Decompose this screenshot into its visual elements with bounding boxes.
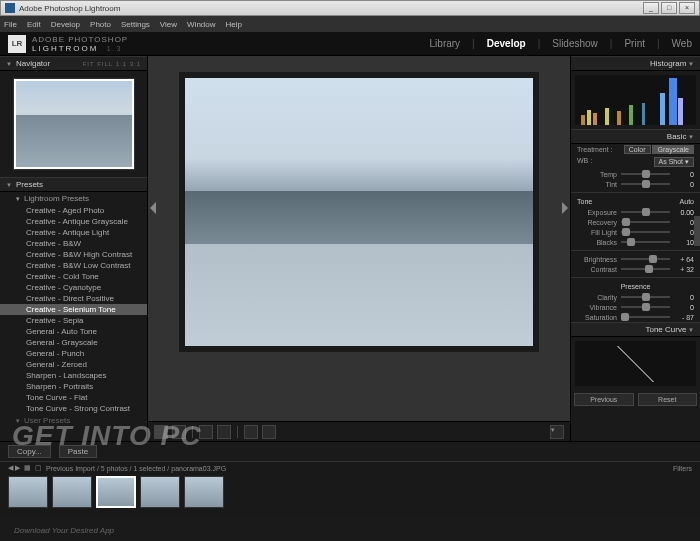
preset-item[interactable]: Creative - Antique Grayscale (0, 216, 147, 227)
histogram-header[interactable]: Histogram (571, 56, 700, 71)
preset-item[interactable]: Creative - B&W Low Contrast (0, 260, 147, 271)
navigator-thumbnail[interactable] (14, 79, 134, 169)
rating-icon[interactable] (244, 425, 258, 439)
filmstrip-nav-icon[interactable]: ◀ ▶ (8, 464, 20, 472)
maximize-button[interactable]: □ (661, 2, 677, 14)
scrollbar-thumb[interactable] (694, 216, 700, 246)
preset-item[interactable]: Creative - Cyanotype (0, 282, 147, 293)
reset-button[interactable]: Reset (638, 393, 698, 406)
preset-item[interactable]: Creative - Cold Tone (0, 271, 147, 282)
clarity-slider[interactable] (621, 293, 670, 301)
toolbar-menu-icon[interactable]: ▾ (550, 425, 564, 439)
preset-item[interactable]: Creative - Antique Light (0, 227, 147, 238)
module-picker: Library|Develop|Slideshow|Print|Web (430, 38, 692, 49)
next-photo-arrow[interactable] (562, 202, 568, 214)
menu-settings[interactable]: Settings (121, 20, 150, 29)
right-panel: Histogram Basic Treatment : Color Graysc… (570, 56, 700, 441)
treatment-grayscale[interactable]: Grayscale (652, 145, 694, 154)
filmstrip-thumb[interactable] (96, 476, 136, 508)
menu-bar: FileEditDevelopPhotoSettingsViewWindowHe… (0, 16, 700, 32)
brightness-row: Brightness+ 64 (571, 254, 700, 264)
preset-item[interactable]: Creative - Sepia (0, 315, 147, 326)
menu-develop[interactable]: Develop (51, 20, 80, 29)
close-button[interactable]: × (679, 2, 695, 14)
window-title: Adobe Photoshop Lightroom (19, 4, 120, 13)
navigator-header[interactable]: Navigator FIT FILL 1:1 3:1 (0, 56, 147, 71)
filmstrip-panel: ◀ ▶ ▦ ▢ Previous Import / 5 photos / 1 s… (0, 461, 700, 515)
menu-file[interactable]: File (4, 20, 17, 29)
auto-tone-button[interactable]: Auto (680, 198, 694, 205)
preset-item[interactable]: General - Grayscale (0, 337, 147, 348)
filters-label[interactable]: Filters (673, 465, 692, 472)
tone-curve-chart[interactable] (575, 341, 696, 386)
paste-button[interactable]: Paste (59, 445, 97, 458)
wb-row: WB : As Shot ▾ (571, 155, 700, 169)
preset-item[interactable]: Sharpen - Landscapes (0, 370, 147, 381)
recovery-slider[interactable] (621, 218, 670, 226)
tonecurve-header[interactable]: Tone Curve (571, 322, 700, 337)
menu-help[interactable]: Help (226, 20, 242, 29)
previous-button[interactable]: Previous (574, 393, 634, 406)
filmstrip-thumb[interactable] (52, 476, 92, 508)
blacks-slider[interactable] (621, 238, 670, 246)
color-label-icon[interactable] (262, 425, 276, 439)
module-slideshow[interactable]: Slideshow (552, 38, 598, 49)
preset-item[interactable]: Creative - Selenium Tone (0, 304, 147, 315)
menu-view[interactable]: View (160, 20, 177, 29)
preset-category-lightroom[interactable]: Lightroom Presets (0, 192, 147, 205)
temp-row: Temp0 (571, 169, 700, 179)
preset-category-user[interactable]: User Presets (0, 414, 147, 427)
loupe-view-icon[interactable] (154, 425, 168, 439)
saturation-slider[interactable] (621, 313, 670, 321)
filmstrip-thumb[interactable] (8, 476, 48, 508)
path-text: Previous Import / 5 photos / 1 selected … (46, 465, 226, 472)
module-web[interactable]: Web (672, 38, 692, 49)
filmstrip-thumb[interactable] (184, 476, 224, 508)
minimize-button[interactable]: _ (643, 2, 659, 14)
menu-edit[interactable]: Edit (27, 20, 41, 29)
module-library[interactable]: Library (430, 38, 461, 49)
preset-item[interactable]: General - Zeroed (0, 359, 147, 370)
brightness-slider[interactable] (621, 255, 670, 263)
wb-dropdown[interactable]: As Shot ▾ (654, 157, 694, 167)
prev-photo-arrow[interactable] (150, 202, 156, 214)
lr-logo: LR (8, 35, 26, 53)
menu-photo[interactable]: Photo (90, 20, 111, 29)
contrast-slider[interactable] (621, 265, 670, 273)
brand-bar: LR ADOBE PHOTOSHOP LIGHTROOM 1.3 Library… (0, 32, 700, 56)
left-panel: Navigator FIT FILL 1:1 3:1 Presets Light… (0, 56, 148, 441)
flag-icon[interactable] (199, 425, 213, 439)
preset-item[interactable]: Tone Curve - Strong Contrast (0, 403, 147, 414)
filmstrip-thumb[interactable] (140, 476, 180, 508)
preset-item[interactable]: Tone Curve - Flat (0, 392, 147, 403)
main-photo[interactable] (179, 72, 539, 352)
preset-item[interactable]: Creative - B&W (0, 238, 147, 249)
treatment-color[interactable]: Color (624, 145, 651, 154)
temp-slider[interactable] (621, 170, 670, 178)
preset-item[interactable]: Creative - B&W High Contrast (0, 249, 147, 260)
menu-window[interactable]: Window (187, 20, 215, 29)
filllight-slider[interactable] (621, 228, 670, 236)
preset-item[interactable]: General - Punch (0, 348, 147, 359)
module-develop[interactable]: Develop (487, 38, 526, 49)
preset-item[interactable]: Sharpen - Portraits (0, 381, 147, 392)
copy-button[interactable]: Copy... (8, 445, 51, 458)
navigator-zoom-options[interactable]: FIT FILL 1:1 3:1 (83, 61, 141, 67)
vibrance-row: Vibrance0 (571, 302, 700, 312)
exposure-slider[interactable] (621, 208, 670, 216)
exposure-row: Exposure0.00 (571, 207, 700, 217)
app-icon (5, 3, 15, 13)
reject-icon[interactable] (217, 425, 231, 439)
preset-item[interactable]: General - Auto Tone (0, 326, 147, 337)
presets-header[interactable]: Presets (0, 177, 147, 192)
vibrance-slider[interactable] (621, 303, 670, 311)
tint-slider[interactable] (621, 180, 670, 188)
compare-view-icon[interactable] (172, 425, 186, 439)
preset-item[interactable]: Creative - Aged Photo (0, 205, 147, 216)
grid-icon[interactable]: ▦ (24, 464, 31, 472)
saturation-row: Saturation- 87 (571, 312, 700, 322)
module-print[interactable]: Print (624, 38, 645, 49)
second-window-icon[interactable]: ▢ (35, 464, 42, 472)
preset-item[interactable]: Creative - Direct Positive (0, 293, 147, 304)
basic-header[interactable]: Basic (571, 129, 700, 144)
